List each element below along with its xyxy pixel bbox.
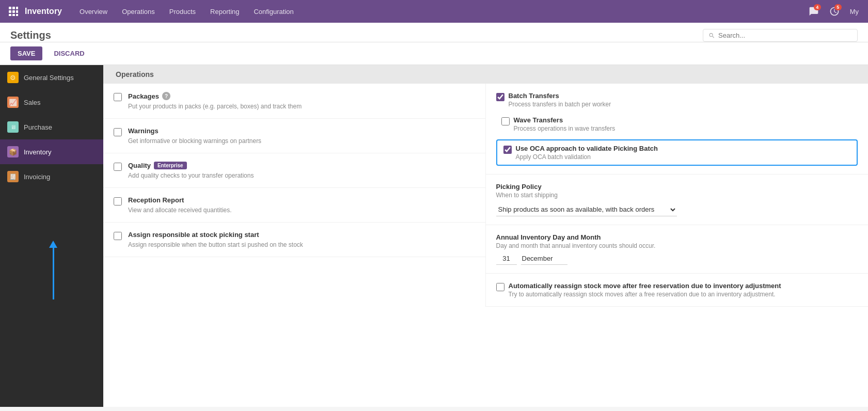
batch-transfers-label: Batch Transfers (509, 92, 611, 100)
wave-transfers-checkbox[interactable] (501, 117, 510, 125)
reception-report-setting: Reception Report View and allocate recei… (103, 188, 485, 223)
nav-operations[interactable]: Operations (115, 0, 162, 23)
search-icon (708, 32, 715, 39)
sidebar-item-purchase[interactable]: 🖥 Purchase (0, 115, 103, 139)
general-settings-icon: ⚙ (7, 72, 19, 83)
sidebar-item-label: Inventory (24, 148, 51, 156)
auto-reassign-desc: Try to automatically reassign stock move… (509, 291, 781, 298)
packages-checkbox[interactable] (114, 93, 122, 101)
navbar-brand[interactable]: Inventory (25, 7, 62, 16)
picking-policy-select[interactable]: Ship products as soon as available, with… (496, 203, 677, 216)
batch-transfers-info: Batch Transfers Process transfers in bat… (509, 92, 611, 108)
save-button[interactable]: SAVE (10, 46, 42, 60)
batch-transfers-block: Batch Transfers Process transfers in bat… (486, 84, 869, 175)
grid-icon[interactable] (6, 4, 21, 19)
action-bar: SAVE DISCARD (0, 42, 868, 65)
batch-transfers-main: Batch Transfers Process transfers in bat… (496, 92, 858, 108)
nav-products[interactable]: Products (162, 0, 203, 23)
reception-report-checkbox[interactable] (114, 197, 122, 206)
oca-label: Use OCA approach to validate Picking Bat… (516, 145, 658, 152)
sidebar-item-invoicing[interactable]: 🧾 Invoicing (0, 164, 103, 189)
batch-transfers-checkbox[interactable] (496, 93, 504, 101)
navbar-right: 4 5 My (806, 3, 862, 20)
packages-label: Packages ? (128, 92, 302, 100)
quality-info: Quality Enterprise Add quality checks to… (128, 162, 254, 179)
sidebar-item-label: General Settings (24, 74, 74, 82)
warnings-checkbox[interactable] (114, 128, 122, 136)
quality-checkbox[interactable] (114, 163, 122, 171)
settings-right-col: Batch Transfers Process transfers in bat… (486, 84, 869, 307)
sidebar-item-label: Invoicing (24, 173, 50, 181)
wave-transfers-label: Wave Transfers (514, 116, 616, 124)
section-operations-header: Operations (103, 65, 868, 84)
annual-inventory-day-input[interactable] (496, 252, 517, 265)
nav-overview[interactable]: Overview (72, 0, 115, 23)
svg-rect-4 (12, 10, 15, 13)
user-menu[interactable]: My (847, 8, 862, 15)
sidebar-item-label: Sales (24, 99, 41, 106)
auto-reassign-info: Automatically reassign stock move after … (509, 282, 781, 298)
assign-responsible-desc: Assign responsible when the button start… (128, 241, 303, 248)
navbar: Inventory Overview Operations Products R… (0, 0, 868, 23)
chat-icon-button[interactable]: 4 (806, 3, 822, 20)
arrow-line (53, 248, 54, 299)
discard-button[interactable]: DISCARD (46, 46, 91, 60)
nav-configuration[interactable]: Configuration (246, 0, 301, 23)
annual-inventory-month-input[interactable] (521, 252, 567, 265)
reception-report-info: Reception Report View and allocate recei… (128, 196, 232, 214)
packages-help-icon[interactable]: ? (162, 92, 170, 100)
settings-left-col: Packages ? Put your products in packs (e… (103, 84, 486, 307)
sidebar-item-inventory[interactable]: 📦 Inventory (0, 139, 103, 164)
auto-reassign-label: Automatically reassign stock move after … (509, 282, 781, 290)
auto-reassign-main: Automatically reassign stock move after … (496, 282, 858, 298)
settings-two-col: Packages ? Put your products in packs (e… (103, 84, 868, 307)
annual-inventory-date-fields (496, 252, 858, 265)
wave-transfers-setting: Wave Transfers Process operations in wav… (496, 113, 858, 135)
quality-desc: Add quality checks to your transfer oper… (128, 172, 254, 179)
sidebar-item-label: Purchase (24, 123, 52, 131)
oca-info: Use OCA approach to validate Picking Bat… (516, 145, 658, 161)
warnings-setting: Warnings Get informative or blocking war… (103, 119, 485, 153)
purchase-icon: 🖥 (7, 121, 19, 133)
oca-checkbox[interactable] (503, 146, 512, 154)
batch-transfers-desc: Process transfers in batch per worker (509, 101, 611, 108)
assign-responsible-label: Assign responsible at stock picking star… (128, 231, 303, 239)
annual-inventory-label: Annual Inventory Day and Month (496, 233, 858, 241)
wave-transfers-info: Wave Transfers Process operations in wav… (514, 116, 616, 132)
search-input[interactable] (718, 31, 852, 39)
assign-responsible-setting: Assign responsible at stock picking star… (103, 223, 485, 257)
packages-setting: Packages ? Put your products in packs (e… (103, 84, 485, 119)
nav-reporting[interactable]: Reporting (203, 0, 246, 23)
warnings-desc: Get informative or blocking warnings on … (128, 137, 261, 145)
picking-policy-label: Picking Policy (496, 183, 858, 191)
warnings-label: Warnings (128, 127, 261, 135)
sidebar-item-general-settings[interactable]: ⚙ General Settings (0, 65, 103, 90)
svg-rect-3 (9, 10, 11, 13)
reception-report-label: Reception Report (128, 196, 232, 204)
picking-policy-desc: When to start shipping (496, 192, 858, 199)
invoicing-icon: 🧾 (7, 171, 19, 182)
enterprise-badge: Enterprise (154, 162, 186, 169)
main-content: Operations Packages ? Put your products … (103, 65, 868, 407)
sales-icon: 📈 (7, 97, 19, 108)
sidebar-item-sales[interactable]: 📈 Sales (0, 90, 103, 115)
svg-rect-2 (16, 7, 18, 9)
packages-desc: Put your products in packs (e.g. parcels… (128, 103, 302, 110)
chat-badge: 4 (814, 4, 821, 10)
svg-rect-6 (9, 14, 11, 16)
auto-reassign-checkbox[interactable] (496, 283, 504, 291)
arrow-annotation (49, 241, 57, 299)
svg-rect-5 (16, 10, 18, 13)
quality-setting: Quality Enterprise Add quality checks to… (103, 153, 485, 188)
search-container (703, 29, 858, 42)
arrow-head (49, 241, 57, 248)
main-layout: ⚙ General Settings 📈 Sales 🖥 Purchase 📦 … (0, 65, 868, 407)
reception-report-desc: View and allocate received quantities. (128, 207, 232, 214)
svg-rect-8 (16, 14, 18, 16)
clock-icon-button[interactable]: 5 (826, 3, 843, 20)
page-title: Settings (10, 29, 695, 41)
svg-rect-7 (12, 14, 15, 16)
assign-responsible-checkbox[interactable] (114, 232, 122, 240)
annual-inventory-desc: Day and month that annual inventory coun… (496, 242, 858, 249)
packages-info: Packages ? Put your products in packs (e… (128, 92, 302, 110)
